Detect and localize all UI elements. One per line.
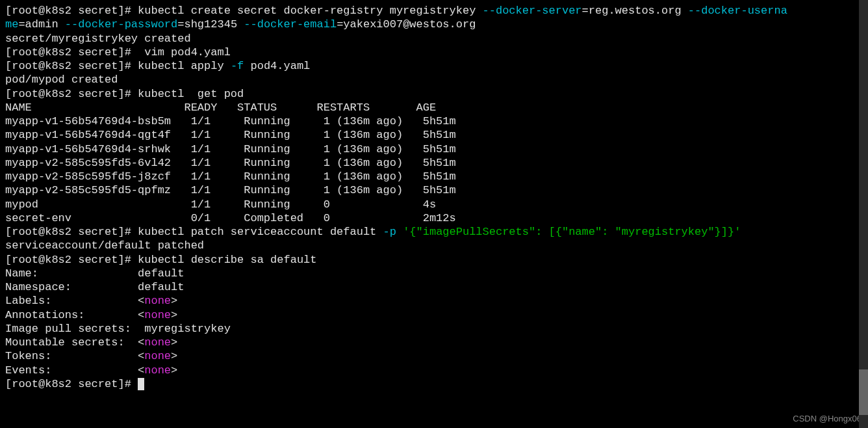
flag: me [5, 18, 18, 31]
terminal-output[interactable]: [root@k8s2 secret]# kubectl create secre… [5, 4, 863, 391]
table-row: myapp-v2-585c595fd5-j8zcf 1/1 Running 1 … [5, 170, 863, 183]
field-label: Mountable secrets: [5, 336, 138, 349]
prompt: [root@k8s2 secret]# [5, 378, 131, 390]
field-label: Image pull secrets: [5, 323, 138, 335]
table-row: myapp-v1-56b54769d4-srhwk 1/1 Running 1 … [5, 142, 863, 156]
command-line-6: [root@k8s2 secret]# kubectl describe sa … [5, 253, 863, 267]
bracket: < [138, 336, 144, 349]
prompt: [root@k8s2 secret]# [5, 226, 131, 238]
prompt: [root@k8s2 secret]# [5, 5, 131, 17]
field-label: Namespace: [5, 281, 138, 293]
table-row: myapp-v2-585c595fd5-6vl42 1/1 Running 1 … [5, 156, 863, 170]
table-row: myapp-v1-56b54769d4-bsb5m 1/1 Running 1 … [5, 114, 863, 128]
describe-row: Annotations: <none> [5, 308, 863, 322]
flag: -f [231, 60, 244, 72]
table-row: secret-env 0/1 Completed 0 2m12s [5, 211, 863, 225]
field-label: Tokens: [5, 350, 138, 362]
table-header: NAME READY STATUS RESTARTS AGE [5, 101, 863, 114]
scrollbar[interactable] [859, 0, 868, 428]
bracket: > [171, 350, 177, 362]
bracket: < [138, 350, 144, 362]
arg-value: pod4.yaml [244, 60, 310, 72]
bracket: < [138, 309, 144, 321]
arg-value: =admin [18, 18, 64, 31]
describe-row: Mountable secrets: <none> [5, 336, 863, 349]
command-line-1-wrap: me=admin --docker-password=shg12345 --do… [5, 18, 863, 31]
describe-row: Namespace: default [5, 280, 863, 294]
flag: --docker-email [244, 18, 337, 31]
describe-row: Tokens: <none> [5, 349, 863, 363]
cmd-text: kubectl create secret docker-registry my… [131, 5, 483, 17]
none-value: none [144, 364, 171, 377]
output-line: serviceaccount/default patched [5, 239, 863, 252]
bracket: > [171, 336, 177, 349]
cmd-text: kubectl describe sa default [131, 254, 317, 266]
cmd-text: kubectl get pod [131, 88, 244, 100]
field-label: Name: [5, 267, 138, 280]
table-row: mypod 1/1 Running 0 4s [5, 198, 863, 211]
cmd-text: kubectl patch serviceaccount default [131, 226, 383, 238]
command-line-1: [root@k8s2 secret]# kubectl create secre… [5, 4, 863, 18]
none-value: none [144, 309, 171, 321]
field-label: Annotations: [5, 309, 138, 321]
field-label: Events: [5, 364, 138, 377]
flag: --docker-userna [688, 5, 787, 17]
cmd-text: kubectl apply [131, 60, 231, 72]
arg-value: =yakexi007@westos.org [337, 18, 476, 31]
prompt: [root@k8s2 secret]# [5, 254, 131, 266]
bracket: > [171, 364, 177, 377]
command-line-2: [root@k8s2 secret]# vim pod4.yaml [5, 46, 863, 59]
scrollbar-thumb[interactable] [859, 369, 868, 415]
string-arg: '{"imagePullSecrets": [{"name": "myregis… [403, 226, 741, 238]
none-value: none [144, 295, 171, 307]
field-value: default [138, 267, 184, 280]
table-row: myapp-v2-585c595fd5-qpfmz 1/1 Running 1 … [5, 183, 863, 197]
command-line-3: [root@k8s2 secret]# kubectl apply -f pod… [5, 59, 863, 73]
watermark: CSDN @Hongx06 [793, 414, 862, 424]
describe-row: Labels: <none> [5, 294, 863, 308]
flag: --docker-password [65, 18, 177, 31]
flag: --docker-server [483, 5, 582, 17]
describe-row: Image pull secrets: myregistrykey [5, 322, 863, 336]
field-value: default [138, 281, 184, 293]
output-line: secret/myregistrykey created [5, 32, 863, 46]
describe-row: Events: <none> [5, 364, 863, 377]
output-line: pod/mypod created [5, 73, 863, 87]
table-row: myapp-v1-56b54769d4-qgt4f 1/1 Running 1 … [5, 128, 863, 142]
none-value: none [144, 350, 171, 362]
bracket: > [171, 309, 177, 321]
arg-value: =shg12345 [177, 18, 244, 31]
field-label: Labels: [5, 295, 138, 307]
prompt-line[interactable]: [root@k8s2 secret]# [5, 377, 863, 391]
prompt: [root@k8s2 secret]# [5, 60, 131, 72]
arg-value: =reg.westos.org [582, 5, 688, 17]
bracket: < [138, 295, 144, 307]
prompt: [root@k8s2 secret]# [5, 88, 131, 100]
cursor [138, 378, 144, 390]
command-line-5: [root@k8s2 secret]# kubectl patch servic… [5, 225, 863, 239]
describe-row: Name: default [5, 267, 863, 280]
space [396, 226, 403, 238]
field-value: myregistrykey [138, 323, 231, 335]
prompt: [root@k8s2 secret]# [5, 46, 131, 59]
flag: -p [383, 226, 396, 238]
command-line-4: [root@k8s2 secret]# kubectl get pod [5, 87, 863, 101]
cmd-text: vim pod4.yaml [131, 46, 231, 59]
bracket: < [138, 364, 144, 377]
none-value: none [144, 336, 171, 349]
bracket: > [171, 295, 177, 307]
